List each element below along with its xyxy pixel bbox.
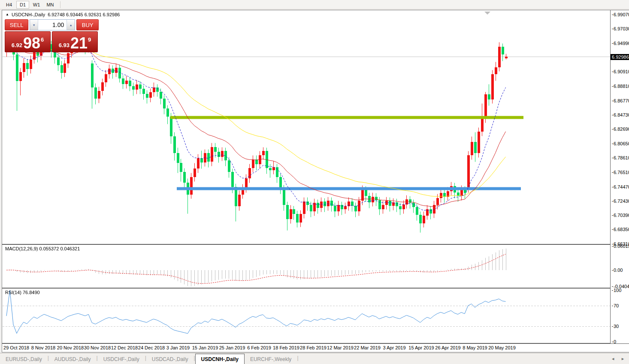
sell-button[interactable]: SELL [5,19,28,30]
buy-price-big: 21 [70,37,88,50]
chart-bottom-frame [2,343,629,344]
price-axis-label: 6.74470 [612,184,629,190]
buy-price-pip: 9 [88,36,91,43]
tab-scroll-controls: ◄ ► [611,357,625,361]
chart-tab-eurusd[interactable]: EURUSD-,Daily [0,355,48,364]
timeframe-toolbar: H4D1W1MN [0,0,629,9]
sell-price-box[interactable]: 6.92 98 6 [5,31,51,52]
timeframe-button-d1[interactable]: D1 [16,1,29,9]
price-axis-label: 6.78610 [612,155,629,160]
date-axis-label: 12 Dec 2018 [111,345,138,350]
macd-chart-canvas[interactable] [3,245,610,288]
volume-stepper: ▼ ▲ [30,19,75,30]
date-axis-label: 12 Mar 2019 [327,345,354,350]
collapse-triangle-icon[interactable]: ▲ [6,13,9,16]
date-axis-label: 8 Nov 2018 [31,345,55,350]
volume-down-icon[interactable]: ▼ [30,20,38,30]
buy-price-box[interactable]: 6.93 21 9 [52,31,98,52]
chart-symbol-label: USDCNH-,Daily [12,12,45,17]
chart-title: ▲ USDCNH-,Daily 6.92748 6.93445 6.92631 … [6,12,120,17]
sell-price-big: 98 [23,37,40,50]
chart-tab-usdchf[interactable]: USDCHF-,Daily [98,355,145,364]
date-axis-label: 20 Nov 2018 [57,345,84,350]
date-axis-label: 18 Feb 2019 [273,345,299,350]
date-axis-label: 6 Feb 2019 [247,345,271,350]
price-axis-label: 6.82690 [612,126,629,132]
date-axis-label: 8 May 2019 [463,345,487,350]
rsi-axis-label: 100 [612,288,621,293]
date-axis-label: 26 Apr 2019 [435,345,460,350]
macd-axis-label: 0.00 [612,268,623,273]
chart-tab-usdcnh[interactable]: USDCNH-,Daily [195,354,245,364]
price-axis-label: 6.76510 [612,170,629,175]
date-axis-label: 25 Jan 2019 [219,345,245,350]
date-axis-label: 15 Apr 2019 [408,345,434,350]
chart-tab-usdcad[interactable]: USDCAD-,Daily [146,355,194,364]
volume-input[interactable] [38,20,67,30]
current-price-tag: 6.92986 [611,54,629,60]
sell-price-pip: 6 [41,36,44,43]
rsi-axis-label: 70 [612,303,619,308]
one-click-trade-panel: SELL ▼ ▲ BUY 6.92 98 6 6.93 21 9 [5,19,99,52]
price-axis-label: 6.94990 [612,41,629,46]
macd-indicator-label: MACD(12,26,9) 0.055372 0.046321 [5,246,80,251]
date-axis-label: 3 Apr 2019 [383,345,405,350]
price-axis-label: 6.70390 [612,213,629,218]
chart-tab-eurchf[interactable]: EURCHF-,Weekly [245,355,297,364]
price-axis-label: 6.84730 [612,112,629,117]
timeframe-button-w1[interactable]: W1 [30,1,43,9]
tab-scroll-right-icon[interactable]: ► [621,357,625,361]
rsi-chart-canvas[interactable] [3,289,610,343]
chart-ohlc-values: 6.92748 6.93445 6.92631 6.92986 [48,12,120,17]
buy-price-small: 6.93 [59,42,70,48]
price-axis-label: 6.68350 [612,227,629,232]
date-axis-label: 24 Dec 2018 [138,345,165,350]
timeframe-button-mn[interactable]: MN [44,1,57,9]
price-axis-label: 6.99070 [612,12,629,17]
chart-tab-audusd[interactable]: AUDUSD-,Daily [49,355,97,364]
rsi-indicator-label: RSI(14) 76.8490 [5,290,40,295]
price-axis [610,10,629,343]
date-axis-label: 30 Nov 2018 [84,345,111,350]
price-axis-label: 6.90910 [612,69,629,74]
tab-separator: | [297,355,298,361]
tab-scroll-left-icon[interactable]: ◄ [611,357,615,361]
date-axis-label: 29 Oct 2018 [3,345,29,350]
date-axis-label: 15 Jan 2019 [192,345,218,350]
sell-price-small: 6.92 [12,42,22,48]
rsi-axis-label: 30 [612,324,619,329]
date-axis-label: 20 May 2019 [488,345,516,350]
volume-up-icon[interactable]: ▲ [67,20,75,30]
chart-shift-marker-icon[interactable] [484,12,490,15]
date-axis-label: 3 Jan 2019 [166,345,190,350]
rsi-axis-label: 0 [612,339,616,344]
price-axis-label: 6.97030 [612,26,629,31]
buy-button[interactable]: BUY [76,19,99,30]
chart-window: 6.990706.970306.949906.909106.888106.867… [2,10,629,352]
price-axis-label: 6.86770 [612,98,629,103]
price-axis-label: 6.72430 [612,199,629,204]
toolbar-separator [60,1,60,8]
timeframe-button-h4[interactable]: H4 [3,1,15,9]
date-axis-label: 28 Feb 2019 [300,345,327,350]
macd-axis-label: 0.060159 [612,244,629,249]
price-axis-label: 6.80650 [612,141,629,146]
price-axis-label: 6.88810 [612,84,629,89]
date-axis-label: 22 Mar 2019 [354,345,381,350]
chart-tab-bar: EURUSD-,Daily|AUDUSD-,Daily|USDCHF-,Dail… [0,353,629,364]
